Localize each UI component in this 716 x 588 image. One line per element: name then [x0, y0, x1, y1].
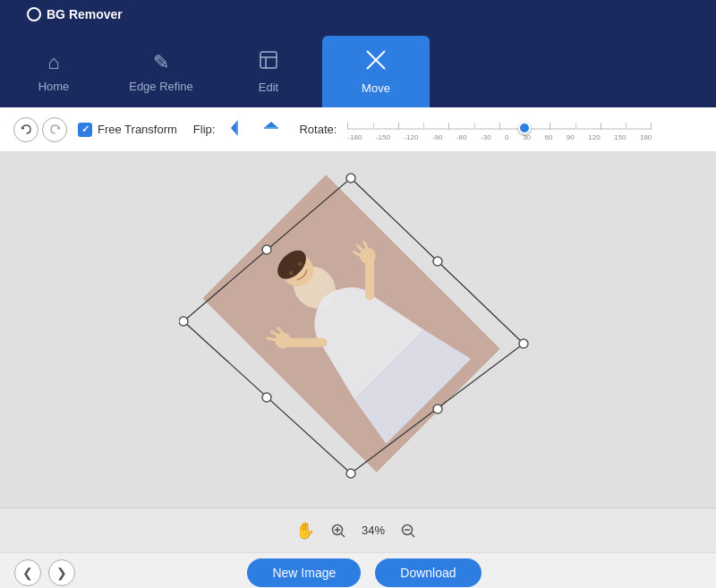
footer-actions: New Image Download: [90, 558, 639, 587]
free-transform-group: Free Transform: [78, 123, 177, 137]
svg-point-29: [433, 257, 442, 266]
child-svg: [202, 175, 499, 472]
svg-line-36: [341, 533, 345, 537]
download-button[interactable]: Download: [375, 558, 481, 587]
tab-home-label: Home: [38, 80, 70, 93]
svg-point-32: [262, 393, 271, 402]
svg-point-26: [519, 339, 528, 348]
app-logo-icon: [27, 7, 41, 21]
tab-edge-refine-label: Edge Refine: [129, 80, 193, 93]
tab-move[interactable]: Move: [322, 36, 430, 107]
hand-tool-icon[interactable]: ✋: [295, 521, 315, 541]
flip-vertical-button[interactable]: [260, 118, 283, 141]
move-icon: [365, 49, 387, 76]
svg-line-18: [277, 328, 282, 332]
undo-button[interactable]: [13, 117, 38, 142]
next-button[interactable]: ❯: [48, 559, 75, 586]
app-header: BG Remover ⌂ Home ✎ Edge Refine Edit: [0, 0, 716, 107]
svg-line-19: [354, 251, 359, 256]
footer: ❮ ❯ New Image Download: [0, 552, 716, 588]
tab-move-label: Move: [362, 81, 390, 95]
svg-point-28: [179, 317, 188, 326]
rotate-thumb[interactable]: [518, 122, 531, 134]
svg-marker-7: [265, 122, 277, 127]
svg-marker-5: [231, 122, 236, 134]
svg-line-21: [362, 242, 368, 247]
svg-point-25: [346, 174, 355, 183]
app-title: BG Remover: [27, 7, 123, 21]
flip-horizontal-button[interactable]: [226, 118, 249, 141]
zoom-level-display: 34%: [362, 524, 385, 537]
nav-tabs: ⌂ Home ✎ Edge Refine Edit: [0, 36, 716, 107]
prev-button[interactable]: ❮: [14, 559, 41, 586]
tab-home[interactable]: ⌂ Home: [0, 36, 107, 107]
image-transform-container: [179, 169, 537, 491]
new-image-button[interactable]: New Image: [247, 558, 361, 587]
free-transform-label: Free Transform: [98, 123, 177, 136]
redo-button[interactable]: [42, 117, 67, 142]
svg-line-39: [411, 533, 414, 537]
edge-refine-icon: ✎: [153, 51, 169, 74]
svg-point-27: [346, 469, 355, 478]
zoom-bar: ✋ 34%: [0, 507, 716, 552]
svg-line-20: [358, 245, 362, 250]
svg-line-17: [271, 330, 277, 336]
footer-nav: ❮ ❯: [0, 559, 75, 586]
svg-line-16: [268, 335, 275, 342]
free-transform-checkbox[interactable]: [78, 123, 92, 137]
tab-edge-refine[interactable]: ✎ Edge Refine: [107, 36, 215, 107]
rotated-image: [202, 175, 499, 472]
flip-label: Flip:: [193, 123, 216, 136]
undo-redo-group: [13, 117, 67, 142]
canvas-area: [0, 152, 716, 507]
rotate-label: Rotate:: [299, 123, 337, 136]
tab-edit[interactable]: Edit: [215, 36, 322, 107]
tab-edit-label: Edit: [259, 81, 278, 94]
svg-rect-0: [260, 52, 277, 68]
toolbar: Free Transform Flip: Rotate:: [0, 107, 716, 152]
home-icon: ⌂: [47, 51, 59, 74]
edit-icon: [259, 50, 278, 75]
zoom-out-button[interactable]: [396, 518, 421, 543]
rotate-slider[interactable]: -180 -150 -120 -90 -60 -30 0 30 60 90 12…: [347, 117, 652, 142]
zoom-in-button[interactable]: [326, 518, 351, 543]
